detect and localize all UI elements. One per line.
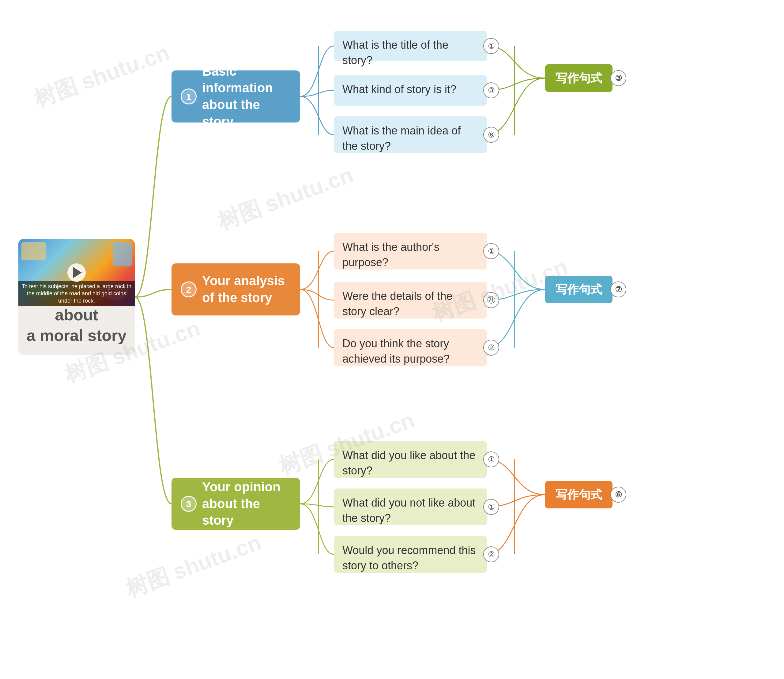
sub-node-2-2[interactable]: Were the details of the story clear? ㉑ xyxy=(334,282,487,319)
watermark-5: 树图 shutu.cn xyxy=(122,528,266,604)
sub-node-1-2[interactable]: What kind of story is it? ③ xyxy=(334,75,487,106)
sub-node-2-1-text: What is the author's purpose? xyxy=(343,241,440,269)
sub-node-1-1-text: What is the title of the story? xyxy=(343,39,448,66)
sub-node-1-2-text: What kind of story is it? xyxy=(343,83,456,95)
writing-label-2: 写作句式 xyxy=(556,282,602,297)
sub-node-3-3[interactable]: Would you recommend this story to others… xyxy=(334,536,487,573)
root-image-inner: To test his subjects, he placed a large … xyxy=(18,239,135,306)
sub-node-2-1[interactable]: What is the author's purpose? ① xyxy=(334,233,487,269)
watermark-2: 树图 shutu.cn xyxy=(214,161,357,237)
writing-node-1[interactable]: 写作句式 ③ xyxy=(545,64,612,92)
image-caption: To test his subjects, he placed a large … xyxy=(18,281,135,306)
mind-map-container: 树图 shutu.cn 树图 shutu.cn 树图 shutu.cn 树图 s… xyxy=(0,0,784,679)
branch-node-2[interactable]: 2 Your analysis of the story xyxy=(172,263,300,316)
play-triangle-icon xyxy=(73,267,82,278)
sub-number-2-3: ② xyxy=(483,340,499,355)
play-button[interactable] xyxy=(67,263,86,282)
sub-node-1-1[interactable]: What is the title of the story? ① xyxy=(334,31,487,61)
sub-number-1-1: ① xyxy=(483,38,499,54)
branch-number-3: 3 xyxy=(181,496,197,512)
sub-node-3-2[interactable]: What did you not like about the story? ① xyxy=(334,488,487,525)
sub-number-3-1: ① xyxy=(483,451,499,467)
sub-node-1-3-text: What is the main idea of the story? xyxy=(343,124,461,152)
sub-node-3-2-text: What did you not like about the story? xyxy=(343,496,475,524)
writing-number-2: ⑦ xyxy=(610,282,626,297)
branch-number-2: 2 xyxy=(181,282,197,297)
writing-number-3: ⑥ xyxy=(610,487,626,502)
branch-number-1: 1 xyxy=(181,89,197,105)
sub-number-2-1: ① xyxy=(483,243,499,259)
sub-node-2-2-text: Were the details of the story clear? xyxy=(343,290,453,318)
root-image: To test his subjects, he placed a large … xyxy=(18,239,135,306)
sub-number-1-3: ⑧ xyxy=(483,127,499,143)
root-node: To test his subjects, he placed a large … xyxy=(18,239,135,355)
writing-node-2[interactable]: 写作句式 ⑦ xyxy=(545,275,612,303)
writing-label-3: 写作句式 xyxy=(556,487,602,502)
writing-label-1: 写作句式 xyxy=(556,70,602,86)
sub-node-2-3[interactable]: Do you think the story achieved its purp… xyxy=(334,329,487,366)
sub-number-2-2: ㉑ xyxy=(483,292,499,308)
branch-node-1[interactable]: 1 Basic information about the story xyxy=(172,70,300,122)
sub-node-3-1-text: What did you like about the story? xyxy=(343,449,475,477)
sub-number-3-3: ② xyxy=(483,546,499,562)
branch-label-3: Your opinion about the story xyxy=(202,479,291,529)
sub-node-2-3-text: Do you think the story achieved its purp… xyxy=(343,337,449,365)
branch-label-2: Your analysis of the story xyxy=(202,272,285,306)
sub-number-3-2: ① xyxy=(483,499,499,515)
sub-number-1-2: ③ xyxy=(483,82,499,98)
sub-node-1-3[interactable]: What is the main idea of the story? ⑧ xyxy=(334,116,487,153)
writing-number-1: ③ xyxy=(610,70,626,86)
sub-node-3-1[interactable]: What did you like about the story? ① xyxy=(334,441,487,478)
branch-label-1: Basic information about the story xyxy=(202,63,291,130)
branch-node-3[interactable]: 3 Your opinion about the story xyxy=(172,478,300,530)
writing-node-3[interactable]: 写作句式 ⑥ xyxy=(545,481,612,508)
sub-node-3-3-text: Would you recommend this story to others… xyxy=(343,544,476,572)
watermark-1: 树图 shutu.cn xyxy=(30,38,174,114)
